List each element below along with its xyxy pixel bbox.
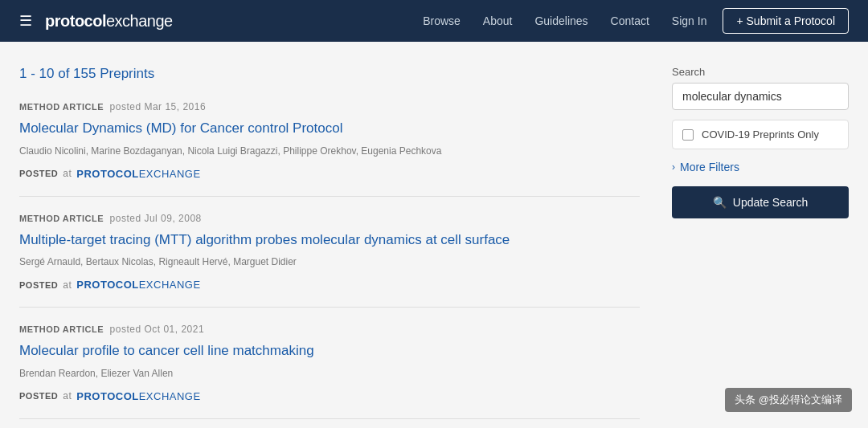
article-title[interactable]: Multiple-target tracing (MTT) algorithm … <box>19 230 640 250</box>
venue-protocol: protocol <box>76 168 138 180</box>
venue-exchange: exchange <box>139 279 201 291</box>
main-container: 1 - 10 of 155 Preprints METHOD ARTICLE p… <box>0 42 868 428</box>
at-label: at <box>63 390 72 402</box>
article-posted-date: posted Mar 15, 2016 <box>110 101 207 112</box>
nav-signin[interactable]: Sign In <box>672 14 707 27</box>
article-title[interactable]: Molecular profile to cancer cell line ma… <box>19 341 640 361</box>
search-input[interactable] <box>672 83 849 110</box>
nav-browse[interactable]: Browse <box>423 14 461 27</box>
article-posted-at: POSTED at protocolexchange <box>19 168 640 180</box>
nav-about[interactable]: About <box>483 14 513 27</box>
article-type: METHOD ARTICLE <box>19 214 104 223</box>
venue-protocol: protocol <box>76 279 138 291</box>
search-icon: 🔍 <box>713 196 727 209</box>
nav-links: Browse About Guidelines Contact Sign In <box>423 14 706 28</box>
article-authors: Brendan Reardon, Eliezer Van Allen <box>19 367 640 381</box>
venue-exchange: exchange <box>139 168 201 180</box>
logo-exchange: exchange <box>106 12 173 31</box>
article-list: METHOD ARTICLE posted Mar 15, 2016 Molec… <box>19 101 640 418</box>
submit-protocol-button[interactable]: + Submit a Protocol <box>723 8 849 34</box>
at-label: at <box>63 279 72 291</box>
posted-label: POSTED <box>19 280 58 290</box>
article-type: METHOD ARTICLE <box>19 102 104 112</box>
update-search-button[interactable]: 🔍 Update Search <box>672 186 849 218</box>
chevron-right-icon: › <box>672 161 675 173</box>
venue-logo: protocolexchange <box>76 279 200 291</box>
article-meta: METHOD ARTICLE posted Jul 09, 2008 <box>19 213 640 224</box>
hamburger-icon[interactable]: ☰ <box>19 12 32 30</box>
article-posted-at: POSTED at protocolexchange <box>19 390 640 402</box>
covid-filter-label: COVID-19 Preprints Only <box>702 128 819 141</box>
venue-logo: protocolexchange <box>76 168 200 180</box>
article-authors: Sergé Arnauld, Bertaux Nicolas, Rigneaul… <box>19 255 640 269</box>
update-search-label: Update Search <box>733 196 808 209</box>
nav-guidelines[interactable]: Guidelines <box>534 14 588 27</box>
search-label: Search <box>672 66 849 78</box>
venue-logo: protocolexchange <box>76 390 200 402</box>
more-filters-link[interactable]: › More Filters <box>672 161 849 173</box>
results-column: 1 - 10 of 155 Preprints METHOD ARTICLE p… <box>19 66 640 419</box>
more-filters-label: More Filters <box>680 161 739 173</box>
logo-protocol: protocol <box>45 12 106 31</box>
posted-label: POSTED <box>19 391 58 401</box>
results-count: 1 - 10 of 155 Preprints <box>19 66 640 82</box>
article-item: METHOD ARTICLE posted Jul 09, 2008 Multi… <box>19 196 640 308</box>
article-posted-at: POSTED at protocolexchange <box>19 279 640 291</box>
article-meta: METHOD ARTICLE posted Mar 15, 2016 <box>19 101 640 112</box>
covid-checkbox[interactable] <box>682 129 694 141</box>
article-item: METHOD ARTICLE posted Mar 15, 2016 Molec… <box>19 101 640 196</box>
navbar: ☰ protocolexchange Browse About Guidelin… <box>0 0 868 42</box>
article-posted-date: posted Oct 01, 2021 <box>110 324 205 335</box>
article-meta: METHOD ARTICLE posted Oct 01, 2021 <box>19 324 640 335</box>
venue-exchange: exchange <box>139 390 201 402</box>
article-type: METHOD ARTICLE <box>19 324 104 334</box>
venue-protocol: protocol <box>76 390 138 402</box>
site-logo[interactable]: protocolexchange <box>45 12 173 31</box>
article-title[interactable]: Molecular Dynamics (MD) for Cancer contr… <box>19 119 640 138</box>
article-authors: Claudio Nicolini, Marine Bozdaganyan, Ni… <box>19 145 640 158</box>
at-label: at <box>63 168 72 179</box>
article-posted-date: posted Jul 09, 2008 <box>110 213 202 224</box>
covid-filter[interactable]: COVID-19 Preprints Only <box>672 120 849 149</box>
sidebar: Search COVID-19 Preprints Only › More Fi… <box>672 66 849 419</box>
posted-label: POSTED <box>19 169 58 178</box>
article-item: METHOD ARTICLE posted Oct 01, 2021 Molec… <box>19 307 640 418</box>
bottom-divider <box>19 418 640 419</box>
nav-contact[interactable]: Contact <box>611 14 649 27</box>
